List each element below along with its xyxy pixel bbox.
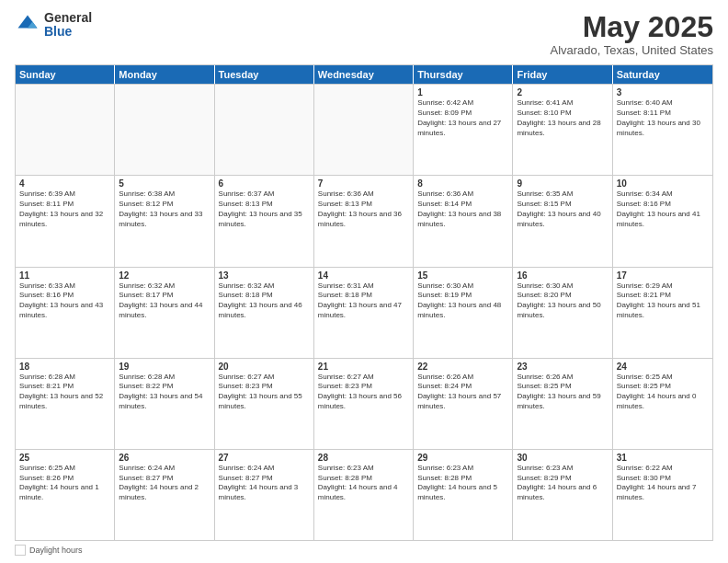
cell-info: Sunrise: 6:32 AM Sunset: 8:17 PM Dayligh…	[119, 282, 210, 321]
calendar-cell: 1Sunrise: 6:42 AM Sunset: 8:09 PM Daylig…	[414, 85, 513, 175]
cell-info: Sunrise: 6:31 AM Sunset: 8:18 PM Dayligh…	[318, 282, 409, 321]
calendar-cell: 26Sunrise: 6:24 AM Sunset: 8:27 PM Dayli…	[115, 450, 214, 540]
cell-info: Sunrise: 6:23 AM Sunset: 8:28 PM Dayligh…	[318, 464, 409, 503]
cell-info: Sunrise: 6:23 AM Sunset: 8:28 PM Dayligh…	[417, 464, 508, 503]
cell-info: Sunrise: 6:26 AM Sunset: 8:25 PM Dayligh…	[517, 373, 608, 412]
calendar-header-cell: Saturday	[613, 65, 712, 84]
title-block: May 2025 Alvarado, Texas, United States	[550, 11, 713, 57]
footer-daylight: Daylight hours	[15, 545, 83, 556]
calendar-cell: 15Sunrise: 6:30 AM Sunset: 8:19 PM Dayli…	[414, 268, 513, 358]
calendar-cell: 27Sunrise: 6:24 AM Sunset: 8:27 PM Dayli…	[215, 450, 314, 540]
cell-info: Sunrise: 6:42 AM Sunset: 8:09 PM Dayligh…	[417, 98, 508, 138]
calendar-header-cell: Thursday	[414, 65, 513, 84]
cell-day-number: 22	[417, 362, 508, 372]
calendar-header: SundayMondayTuesdayWednesdayThursdayFrid…	[16, 65, 712, 84]
calendar-cell: 7Sunrise: 6:36 AM Sunset: 8:13 PM Daylig…	[314, 176, 414, 266]
page: General Blue May 2025 Alvarado, Texas, U…	[0, 0, 728, 563]
calendar-cell: 13Sunrise: 6:32 AM Sunset: 8:18 PM Dayli…	[215, 268, 314, 358]
cell-info: Sunrise: 6:25 AM Sunset: 8:25 PM Dayligh…	[617, 373, 709, 412]
subtitle: Alvarado, Texas, United States	[550, 43, 713, 57]
calendar-cell: 4Sunrise: 6:39 AM Sunset: 8:11 PM Daylig…	[16, 176, 115, 266]
logo: General Blue	[15, 11, 92, 40]
calendar-header-cell: Friday	[513, 65, 612, 84]
calendar-row: 25Sunrise: 6:25 AM Sunset: 8:26 PM Dayli…	[16, 449, 712, 540]
calendar-cell	[314, 85, 414, 175]
calendar-cell: 17Sunrise: 6:29 AM Sunset: 8:21 PM Dayli…	[613, 268, 712, 358]
cell-info: Sunrise: 6:41 AM Sunset: 8:10 PM Dayligh…	[517, 98, 608, 138]
calendar-cell: 22Sunrise: 6:26 AM Sunset: 8:24 PM Dayli…	[414, 359, 513, 449]
cell-info: Sunrise: 6:37 AM Sunset: 8:13 PM Dayligh…	[219, 190, 310, 229]
cell-day-number: 19	[119, 362, 210, 372]
cell-day-number: 21	[318, 362, 409, 372]
cell-day-number: 10	[617, 178, 709, 189]
cell-day-number: 23	[517, 362, 608, 372]
cell-day-number: 5	[119, 178, 210, 189]
calendar-cell: 29Sunrise: 6:23 AM Sunset: 8:28 PM Dayli…	[414, 450, 513, 540]
cell-day-number: 30	[517, 453, 608, 463]
footer-daylight-label: Daylight hours	[29, 546, 83, 555]
cell-day-number: 28	[318, 453, 409, 463]
calendar-cell: 30Sunrise: 6:23 AM Sunset: 8:29 PM Dayli…	[513, 450, 612, 540]
cell-day-number: 9	[517, 178, 608, 189]
cell-day-number: 27	[219, 453, 310, 463]
calendar-cell: 28Sunrise: 6:23 AM Sunset: 8:28 PM Dayli…	[314, 450, 414, 540]
cell-info: Sunrise: 6:38 AM Sunset: 8:12 PM Dayligh…	[119, 190, 210, 229]
calendar-header-cell: Sunday	[16, 65, 115, 84]
cell-day-number: 12	[119, 270, 210, 281]
calendar-cell	[16, 85, 115, 175]
cell-day-number: 18	[19, 362, 110, 372]
calendar-cell: 6Sunrise: 6:37 AM Sunset: 8:13 PM Daylig…	[215, 176, 314, 266]
calendar-cell: 31Sunrise: 6:22 AM Sunset: 8:30 PM Dayli…	[613, 450, 712, 540]
cell-day-number: 17	[617, 270, 709, 281]
cell-day-number: 13	[219, 270, 310, 281]
cell-info: Sunrise: 6:28 AM Sunset: 8:21 PM Dayligh…	[19, 373, 110, 412]
cell-info: Sunrise: 6:27 AM Sunset: 8:23 PM Dayligh…	[318, 373, 409, 412]
cell-info: Sunrise: 6:32 AM Sunset: 8:18 PM Dayligh…	[219, 282, 310, 321]
cell-day-number: 14	[318, 270, 409, 281]
calendar-cell: 19Sunrise: 6:28 AM Sunset: 8:22 PM Dayli…	[115, 359, 214, 449]
calendar-cell: 9Sunrise: 6:35 AM Sunset: 8:15 PM Daylig…	[513, 176, 612, 266]
cell-info: Sunrise: 6:24 AM Sunset: 8:27 PM Dayligh…	[219, 464, 310, 503]
calendar-cell: 23Sunrise: 6:26 AM Sunset: 8:25 PM Dayli…	[513, 359, 612, 449]
calendar-cell: 8Sunrise: 6:36 AM Sunset: 8:14 PM Daylig…	[414, 176, 513, 266]
cell-info: Sunrise: 6:40 AM Sunset: 8:11 PM Dayligh…	[617, 98, 709, 138]
cell-day-number: 2	[517, 87, 608, 98]
cell-info: Sunrise: 6:30 AM Sunset: 8:19 PM Dayligh…	[417, 282, 508, 321]
calendar-body: 1Sunrise: 6:42 AM Sunset: 8:09 PM Daylig…	[16, 84, 712, 540]
header: General Blue May 2025 Alvarado, Texas, U…	[15, 11, 713, 57]
logo-text: General Blue	[44, 11, 92, 40]
cell-day-number: 15	[417, 270, 508, 281]
calendar-row: 11Sunrise: 6:33 AM Sunset: 8:16 PM Dayli…	[16, 267, 712, 358]
cell-day-number: 25	[19, 453, 110, 463]
cell-info: Sunrise: 6:22 AM Sunset: 8:30 PM Dayligh…	[617, 464, 709, 503]
logo-blue-text: Blue	[44, 25, 92, 39]
cell-info: Sunrise: 6:23 AM Sunset: 8:29 PM Dayligh…	[517, 464, 608, 503]
calendar-header-cell: Wednesday	[314, 65, 414, 84]
calendar-cell	[215, 85, 314, 175]
cell-day-number: 31	[617, 453, 709, 463]
cell-day-number: 3	[617, 87, 709, 98]
calendar-cell: 14Sunrise: 6:31 AM Sunset: 8:18 PM Dayli…	[314, 268, 414, 358]
calendar-cell: 2Sunrise: 6:41 AM Sunset: 8:10 PM Daylig…	[513, 85, 612, 175]
calendar-cell	[115, 85, 214, 175]
cell-info: Sunrise: 6:25 AM Sunset: 8:26 PM Dayligh…	[19, 464, 110, 503]
cell-info: Sunrise: 6:36 AM Sunset: 8:13 PM Dayligh…	[318, 190, 409, 229]
calendar-row: 18Sunrise: 6:28 AM Sunset: 8:21 PM Dayli…	[16, 358, 712, 449]
calendar-cell: 12Sunrise: 6:32 AM Sunset: 8:17 PM Dayli…	[115, 268, 214, 358]
cell-info: Sunrise: 6:33 AM Sunset: 8:16 PM Dayligh…	[19, 282, 110, 321]
logo-general-text: General	[44, 11, 92, 25]
cell-day-number: 16	[517, 270, 608, 281]
calendar-cell: 21Sunrise: 6:27 AM Sunset: 8:23 PM Dayli…	[314, 359, 414, 449]
main-title: May 2025	[550, 11, 713, 43]
cell-day-number: 11	[19, 270, 110, 281]
cell-day-number: 4	[19, 178, 110, 189]
cell-info: Sunrise: 6:39 AM Sunset: 8:11 PM Dayligh…	[19, 190, 110, 229]
cell-info: Sunrise: 6:34 AM Sunset: 8:16 PM Dayligh…	[617, 190, 709, 229]
cell-info: Sunrise: 6:36 AM Sunset: 8:14 PM Dayligh…	[417, 190, 508, 229]
cell-info: Sunrise: 6:24 AM Sunset: 8:27 PM Dayligh…	[119, 464, 210, 503]
calendar-header-cell: Monday	[115, 65, 214, 84]
calendar-row: 4Sunrise: 6:39 AM Sunset: 8:11 PM Daylig…	[16, 175, 712, 266]
calendar-cell: 16Sunrise: 6:30 AM Sunset: 8:20 PM Dayli…	[513, 268, 612, 358]
cell-day-number: 6	[219, 178, 310, 189]
calendar-cell: 20Sunrise: 6:27 AM Sunset: 8:23 PM Dayli…	[215, 359, 314, 449]
